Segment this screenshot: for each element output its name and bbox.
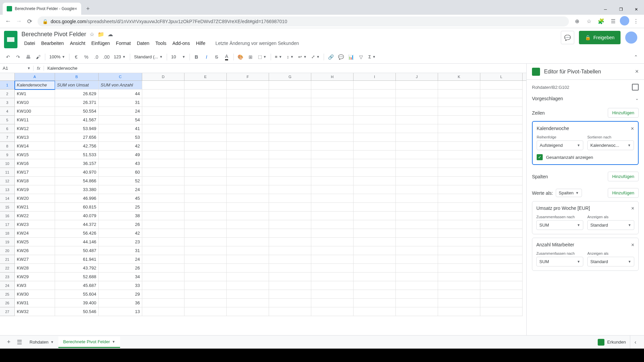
cell[interactable] <box>438 246 480 255</box>
row-header[interactable]: 20 <box>0 246 15 255</box>
cell[interactable] <box>269 124 311 133</box>
cell[interactable]: KW23 <box>15 220 55 229</box>
cell[interactable] <box>311 290 354 299</box>
row-header[interactable]: 11 <box>0 168 15 177</box>
col-header-d[interactable]: D <box>142 73 184 80</box>
cell[interactable] <box>480 150 523 159</box>
zoom-icon[interactable]: ⊕ <box>572 16 582 27</box>
cell[interactable]: KW27 <box>15 255 55 264</box>
cell[interactable] <box>311 98 354 107</box>
cell[interactable]: 23 <box>99 238 142 246</box>
cell[interactable]: 53 <box>99 133 142 142</box>
cell[interactable]: KW22 <box>15 212 55 220</box>
cell[interactable]: 42.756 <box>55 142 99 150</box>
currency-button[interactable]: € <box>71 52 81 62</box>
cell[interactable] <box>311 168 354 177</box>
decrease-decimal-button[interactable]: .0 <box>92 52 101 62</box>
cell[interactable] <box>396 238 438 246</box>
row-header[interactable]: 16 <box>0 212 15 220</box>
cell[interactable]: KW13 <box>15 133 55 142</box>
print-button[interactable]: 🖶 <box>23 52 33 62</box>
cell[interactable]: 24 <box>99 107 142 116</box>
row-header[interactable]: 6 <box>0 124 15 133</box>
extensions-icon[interactable]: 🧩 <box>596 16 606 27</box>
cell[interactable] <box>354 281 396 290</box>
cell[interactable]: 33 <box>99 281 142 290</box>
row-header[interactable]: 19 <box>0 238 15 246</box>
cell[interactable] <box>480 212 523 220</box>
h-align-button[interactable]: ≡▼ <box>273 54 284 59</box>
row-header[interactable]: 15 <box>0 203 15 212</box>
cell[interactable]: 60.815 <box>55 203 99 212</box>
cell[interactable]: 55.604 <box>55 290 99 299</box>
cell[interactable] <box>269 89 311 98</box>
cell[interactable] <box>354 150 396 159</box>
cell[interactable] <box>269 168 311 177</box>
cell[interactable]: KW17 <box>15 168 55 177</box>
row-header[interactable]: 18 <box>0 229 15 238</box>
cell[interactable] <box>227 98 269 107</box>
cell[interactable] <box>142 212 184 220</box>
cell[interactable] <box>438 273 480 281</box>
cell[interactable]: 54 <box>99 116 142 124</box>
add-sheet-button[interactable]: + <box>3 337 14 348</box>
menu-format[interactable]: Format <box>113 39 133 47</box>
cell[interactable]: 34 <box>99 273 142 281</box>
cell[interactable] <box>396 281 438 290</box>
col-header-k[interactable]: K <box>438 73 480 80</box>
cell[interactable] <box>184 246 227 255</box>
cell[interactable] <box>354 238 396 246</box>
cell[interactable] <box>142 98 184 107</box>
cell[interactable] <box>396 168 438 177</box>
cell[interactable]: 42 <box>99 142 142 150</box>
cell[interactable] <box>396 98 438 107</box>
add-column-button[interactable]: Hinzufügen <box>608 172 639 181</box>
cell[interactable] <box>396 133 438 142</box>
cell[interactable] <box>227 238 269 246</box>
row-header[interactable]: 2 <box>0 89 15 98</box>
cell[interactable] <box>480 281 523 290</box>
col-header-b[interactable]: B <box>55 73 99 80</box>
cell[interactable] <box>184 255 227 264</box>
cell[interactable] <box>311 142 354 150</box>
cell[interactable] <box>269 238 311 246</box>
cell[interactable]: KW24 <box>15 229 55 238</box>
col-header-a[interactable]: A <box>15 73 55 80</box>
cell[interactable] <box>269 116 311 124</box>
cell[interactable] <box>354 124 396 133</box>
cell[interactable]: KW14 <box>15 142 55 150</box>
row-header[interactable]: 10 <box>0 159 15 168</box>
cell[interactable] <box>227 177 269 185</box>
maximize-button[interactable]: ❐ <box>613 4 629 15</box>
cell[interactable]: 29 <box>99 290 142 299</box>
cell[interactable]: 44.146 <box>55 238 99 246</box>
cell[interactable] <box>184 264 227 273</box>
cell[interactable] <box>311 150 354 159</box>
comment-button[interactable]: 💬 <box>336 52 345 62</box>
cell[interactable]: 60 <box>99 168 142 177</box>
row-field-card[interactable]: Kalenderwoche × Reihenfolge Aufsteigend▼ <box>532 121 639 165</box>
cell[interactable] <box>311 159 354 168</box>
col-header-e[interactable]: E <box>184 73 227 80</box>
cell[interactable] <box>438 133 480 142</box>
cell[interactable]: 45.687 <box>55 281 99 290</box>
cell[interactable] <box>311 81 354 89</box>
star-icon[interactable]: ☆ <box>584 16 594 27</box>
tab-close-icon[interactable]: × <box>74 6 77 11</box>
cell[interactable] <box>184 89 227 98</box>
cell[interactable] <box>480 168 523 177</box>
cell[interactable] <box>354 246 396 255</box>
cell[interactable] <box>184 124 227 133</box>
cell[interactable]: KW30 <box>15 290 55 299</box>
cell[interactable] <box>269 150 311 159</box>
cell[interactable] <box>396 159 438 168</box>
cell[interactable] <box>269 185 311 194</box>
cell[interactable] <box>269 229 311 238</box>
cell[interactable] <box>142 168 184 177</box>
menu-tools[interactable]: Tools <box>153 39 169 47</box>
cell[interactable]: 40.970 <box>55 168 99 177</box>
browser-tab[interactable]: Berechnete Pivot Felder - Google × <box>3 3 81 15</box>
cell[interactable] <box>396 185 438 194</box>
cell[interactable] <box>142 194 184 203</box>
cell[interactable] <box>438 290 480 299</box>
